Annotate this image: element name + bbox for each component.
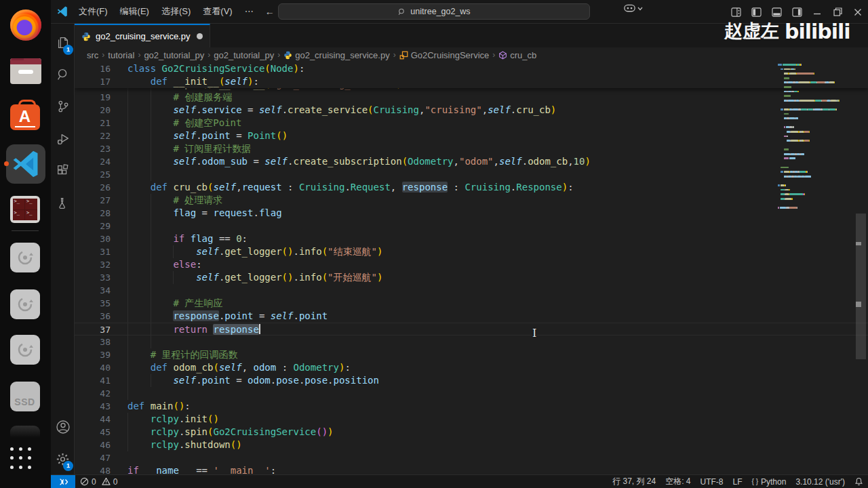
code-line-24[interactable]: 24 self.odom_sub = self.create_subscript… [75,155,868,168]
status-item[interactable]: { }Python [747,477,791,487]
modified-dot-icon[interactable] [197,33,203,39]
code-line-39[interactable]: 39 # 里程计的回调函数 [75,348,868,361]
line-number[interactable]: 16 [75,62,111,75]
code-line-16[interactable]: 16class Go2CruisingService(Node): [75,62,868,75]
dock-disk-1[interactable] [10,243,41,274]
line-number[interactable]: 21 [75,117,111,129]
line-number[interactable]: 19 [75,91,111,104]
line-number[interactable]: 41 [75,374,111,387]
editor-body[interactable]: 18 super().__init__("go2_cruising_servic… [75,88,868,474]
line-number[interactable]: 45 [75,426,111,439]
line-number[interactable]: 43 [75,400,111,413]
code-line-37[interactable]: 37 return response [75,323,868,336]
code-line-26[interactable]: 26 def cru_cb(self,request : Cruising.Re… [75,181,868,194]
line-number[interactable]: 48 [75,464,111,474]
activity-testing[interactable] [51,190,75,217]
dock-terminator[interactable]: >_>_>_>_ [10,194,41,225]
line-number[interactable]: 36 [75,310,111,323]
line-number[interactable]: 33 [75,271,111,284]
copilot-button[interactable] [624,4,643,13]
menu-item[interactable]: 编辑(E) [114,4,155,19]
line-number[interactable]: 38 [75,336,111,348]
close-icon[interactable] [848,0,868,24]
menu-item[interactable]: 选择(S) [155,4,197,19]
dock-vscode[interactable] [10,148,41,180]
dock-hidden-item[interactable] [10,426,41,438]
dock-files[interactable] [10,56,41,87]
line-number[interactable]: 37 [75,323,111,335]
activity-search[interactable] [51,61,75,88]
line-number[interactable]: 28 [75,207,111,220]
code-line-32[interactable]: 32 else: [75,258,868,271]
breadcrumb-item[interactable]: tutorial [108,50,134,60]
activity-account[interactable] [51,413,75,441]
dock-disk-2[interactable] [10,289,41,321]
dock-firefox[interactable] [10,9,41,41]
tab-go2-cruising-service[interactable]: go2_cruising_service.py [75,24,210,47]
code-line-25[interactable]: 25 [75,168,868,181]
line-number[interactable]: 23 [75,142,111,155]
breadcrumb-item[interactable]: go2_tutorial_py [144,50,204,60]
line-number[interactable]: 39 [75,348,111,361]
line-number[interactable]: 22 [75,129,111,142]
line-number[interactable]: 46 [75,439,111,451]
code-line-48[interactable]: 48if __name__ == '__main__': [75,464,868,474]
code-line-44[interactable]: 44 rclpy.init() [75,413,868,426]
line-number[interactable]: 30 [75,232,111,245]
breadcrumb-item[interactable]: cru_cb [498,50,536,60]
dock-ssd[interactable]: SSD [10,382,41,413]
breadcrumb-item[interactable]: Go2CruisingService [399,50,490,60]
code-line-33[interactable]: 33 self.get_logger().info("开始巡航") [75,271,868,284]
status-item[interactable]: LF [728,477,747,487]
code-line-46[interactable]: 46 rclpy.shutdown() [75,439,868,451]
code-line-38[interactable]: 38 [75,336,868,348]
nav-back-icon[interactable]: ← [260,6,280,17]
line-number[interactable]: 47 [75,451,111,464]
sticky-scroll[interactable]: 16class Go2CruisingService(Node):17 def … [75,62,868,88]
menu-item[interactable]: 查看(V) [197,4,238,19]
code-line-30[interactable]: 30 if flag == 0: [75,232,868,245]
code-line-19[interactable]: 19 # 创建服务端 [75,91,868,104]
vertical-scrollbar-thumb[interactable] [856,214,866,359]
code-line-45[interactable]: 45 rclpy.spin(Go2CruisingService()) [75,426,868,439]
line-number[interactable]: 40 [75,361,111,374]
problems-indicator[interactable]: 0 0 [75,475,122,488]
activity-explorer[interactable]: 1 [51,29,75,56]
code-line-42[interactable]: 42 [75,387,868,400]
line-number[interactable]: 26 [75,181,111,194]
line-number[interactable]: 32 [75,258,111,271]
code-editor[interactable]: 16class Go2CruisingService(Node):17 def … [75,62,868,474]
code-line-17[interactable]: 17 def __init__(self): [75,75,868,88]
status-item[interactable]: 3.10.12 ('usr') [791,477,850,487]
dock-ubuntu-software[interactable]: A [10,100,41,131]
line-number[interactable]: 31 [75,245,111,258]
code-line-31[interactable]: 31 self.get_logger().info("结束巡航") [75,245,868,258]
breadcrumb-item[interactable]: go2_cruising_service.py [283,50,389,60]
line-number[interactable]: 44 [75,413,111,426]
line-number[interactable]: 42 [75,387,111,400]
activity-source-control[interactable] [51,93,75,120]
activity-settings[interactable]: 1 [51,445,75,472]
code-line-28[interactable]: 28 flag = request.flag [75,207,868,220]
line-number[interactable]: 25 [75,168,111,181]
command-center-search[interactable]: unitree_go2_ws [278,3,590,20]
line-number[interactable]: 17 [75,75,111,88]
code-line-34[interactable]: 34 [75,284,868,297]
activity-run-debug[interactable] [51,125,75,152]
menu-more[interactable]: ⋯ [239,4,260,19]
code-line-29[interactable]: 29 [75,220,868,232]
code-line-21[interactable]: 21 # 创建空Point [75,117,868,129]
code-line-20[interactable]: 20 self.service = self.create_service(Cr… [75,104,868,117]
code-line-43[interactable]: 43def main(): [75,400,868,413]
line-number[interactable]: 35 [75,297,111,310]
line-number[interactable]: 24 [75,155,111,168]
code-line-22[interactable]: 22 self.point = Point() [75,129,868,142]
minimap[interactable] [778,62,852,469]
status-item[interactable]: 行 37, 列 24 [608,476,660,487]
code-line-35[interactable]: 35 # 产生响应 [75,297,868,310]
dock-disk-3[interactable] [10,335,41,366]
line-number[interactable]: 27 [75,194,111,207]
code-line-27[interactable]: 27 # 处理请求 [75,194,868,207]
code-line-23[interactable]: 23 # 订阅里程计数据 [75,142,868,155]
status-item[interactable]: 空格: 4 [660,476,695,487]
